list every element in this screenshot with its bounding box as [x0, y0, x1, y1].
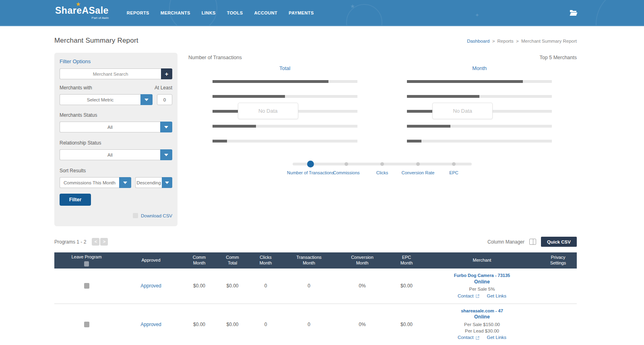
table-row: Approved $0.00 $0.00 0 0 0% $0.00 Furbo … — [54, 269, 577, 304]
step-dot[interactable] — [416, 162, 420, 166]
col-comm-month: CommMonth — [183, 252, 215, 269]
merchant-search-input[interactable] — [60, 68, 161, 79]
main-nav: REPORTS MERCHANTS LINKS TOOLS ACCOUNT PA… — [127, 10, 314, 15]
chart-title: Number of Transactions — [188, 55, 242, 60]
chevron-down-icon[interactable] — [160, 122, 172, 132]
step-label[interactable]: EPC — [430, 170, 478, 176]
chevron-down-icon[interactable] — [160, 149, 172, 160]
cell-clicks-month: 0 — [250, 269, 282, 304]
bar-chart-total: No Data — [213, 80, 357, 143]
merchants-with-label: Merchants with — [60, 85, 92, 91]
no-data-label: No Data — [258, 108, 278, 114]
col-conversion-month: ConversionMonth — [336, 252, 388, 269]
col-privacy-settings: PrivacySettings — [539, 252, 577, 269]
bar-track — [407, 80, 552, 83]
pagination-prev-button[interactable]: < — [92, 238, 99, 246]
merchant-cell: Furbo Dog Camera - 73135 Online Per Sale… — [425, 269, 539, 304]
brand-logo[interactable]: ★ ShareASale Part of Awin — [55, 6, 109, 20]
step-dot[interactable] — [452, 162, 456, 166]
merchant-term: Per Lead $30.00 — [425, 328, 539, 335]
filter-options-title: Filter Options — [60, 58, 172, 64]
quick-csv-button[interactable]: Quick CSV — [541, 237, 577, 247]
cell-clicks-month: 0 — [250, 304, 282, 345]
column-manager-icon[interactable] — [529, 239, 536, 245]
download-csv-checkbox[interactable] — [133, 213, 138, 218]
bar-fill — [407, 140, 421, 143]
breadcrumb-dashboard[interactable]: Dashboard — [467, 39, 489, 43]
relationship-status-dropdown[interactable]: All — [60, 149, 172, 160]
at-least-input[interactable] — [157, 94, 172, 105]
no-data-label: No Data — [453, 108, 472, 114]
col-merchant: Merchant — [425, 252, 539, 269]
approved-link[interactable]: Approved — [140, 283, 161, 289]
step-dot[interactable] — [345, 162, 348, 166]
get-links-link[interactable]: Get Links — [487, 335, 507, 341]
bar-fill — [213, 95, 285, 98]
merchant-name-link[interactable]: Furbo Dog Camera - 73135 — [425, 273, 539, 279]
contact-link[interactable]: Contact — [458, 293, 474, 300]
pagination-top: Programs 1 - 2 < > — [54, 238, 108, 246]
cell-privacy-settings — [539, 269, 577, 304]
download-csv-label[interactable]: Download CSV — [141, 213, 172, 218]
select-metric-dropdown[interactable]: Select Metric — [60, 94, 153, 105]
leave-program-checkbox[interactable] — [84, 322, 89, 327]
step-dot[interactable] — [380, 162, 384, 166]
merchants-status-label: Merchants Status — [60, 112, 172, 118]
chart-panel-month: Month No Data — [382, 65, 577, 143]
bar-fill — [407, 125, 450, 128]
leave-program-checkbox[interactable] — [84, 283, 89, 289]
nav-item-account[interactable]: ACCOUNT — [254, 10, 277, 15]
bar-fill — [407, 80, 523, 83]
get-links-link[interactable]: Get Links — [487, 293, 507, 300]
merchant-term: Per Sale 5% — [425, 286, 539, 293]
metric-stepper: Number of Transactions Commissions Click… — [293, 161, 472, 176]
col-leave-program: Leave Program — [54, 252, 119, 269]
bar-fill — [213, 140, 227, 143]
merchants-status-value: All — [60, 122, 160, 132]
breadcrumb-separator: > — [516, 39, 519, 43]
cell-comm-month: $0.00 — [183, 269, 215, 304]
breadcrumb-current: Merchant Summary Report — [521, 39, 577, 43]
approved-link[interactable]: Approved — [140, 322, 161, 327]
chevron-down-icon[interactable] — [119, 177, 131, 188]
step-epc[interactable]: EPC — [436, 161, 472, 176]
cell-epc-month: $0.00 — [388, 269, 425, 304]
nav-item-tools[interactable]: TOOLS — [227, 10, 243, 15]
folder-icon[interactable] — [570, 10, 578, 16]
merchant-status: Online — [425, 314, 539, 320]
table-row: Approved $0.00 $0.00 0 0 0% $0.00 sharea… — [54, 304, 577, 345]
chart-panel-month-title: Month — [382, 65, 577, 71]
bar-track — [213, 140, 357, 143]
col-clicks-month: ClicksMonth — [250, 252, 282, 269]
column-manager-label[interactable]: Column Manager — [487, 239, 524, 245]
star-doodle-icon: ✦ — [475, 12, 479, 18]
sort-field-dropdown[interactable]: Commissions This Month — [60, 177, 131, 188]
filter-button[interactable]: Filter — [60, 194, 91, 206]
bar-fill — [407, 95, 479, 98]
select-all-checkbox[interactable] — [84, 261, 89, 266]
chevron-down-icon[interactable] — [162, 177, 172, 188]
table-header-row: Leave Program Approved CommMonth CommTot… — [54, 252, 577, 269]
sort-direction-dropdown[interactable]: Descending — [135, 177, 172, 188]
bar-track — [213, 95, 357, 98]
bar-track — [213, 80, 357, 83]
pagination-label: Programs 1 - 2 — [54, 239, 86, 245]
nav-item-payments[interactable]: PAYMENTS — [289, 10, 314, 15]
merchant-name-link[interactable]: shareasale.com - 47 — [425, 308, 539, 314]
nav-doodle — [169, 0, 217, 26]
cell-epc-month: $0.00 — [388, 304, 425, 345]
no-data-overlay: No Data — [238, 103, 298, 119]
nav-item-reports[interactable]: REPORTS — [127, 10, 149, 15]
pagination-next-button[interactable]: > — [100, 238, 108, 246]
external-link-icon — [475, 336, 480, 340]
chevron-down-icon[interactable] — [140, 94, 153, 105]
add-merchant-button[interactable]: + — [161, 68, 172, 79]
col-transactions-month: TransactionsMonth — [282, 252, 336, 269]
contact-link[interactable]: Contact — [458, 335, 474, 341]
bar-track — [407, 125, 552, 128]
cell-comm-month: $0.00 — [183, 304, 215, 345]
merchants-status-dropdown[interactable]: All — [60, 122, 172, 132]
col-epc-month: EPCMonth — [388, 252, 425, 269]
filter-panel: Filter Options + Merchants with At Least… — [54, 53, 178, 226]
step-dot-active[interactable] — [307, 161, 314, 167]
